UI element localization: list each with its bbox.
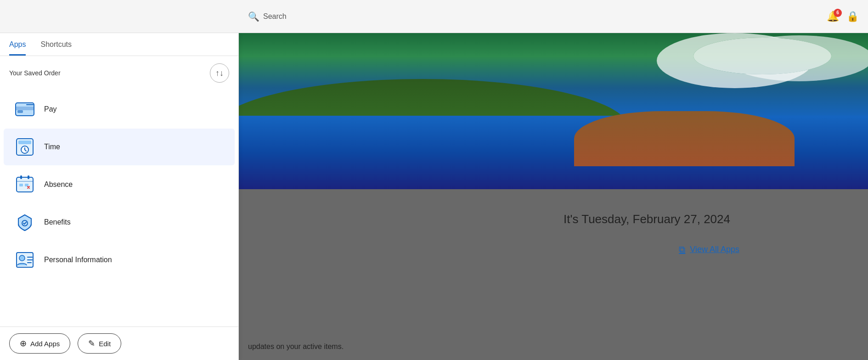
gray-overlay — [239, 189, 868, 360]
right-area: It's Tuesday, February 27, 2024 ⧉ View A… — [239, 33, 868, 360]
app-label-personal-information: Personal Information — [44, 256, 112, 264]
saved-order-header: Your Saved Order ↑↓ — [0, 56, 238, 88]
clouds — [693, 38, 831, 74]
svg-point-16 — [19, 255, 25, 261]
notification-button[interactable]: 🔔 6 — [827, 11, 839, 22]
edit-label: Edit — [99, 340, 111, 348]
saved-order-label: Your Saved Order — [9, 69, 61, 77]
app-label-absence: Absence — [44, 180, 73, 189]
personal-info-icon — [13, 248, 37, 272]
app-item-pay[interactable]: Pay — [4, 91, 235, 128]
svg-rect-12 — [19, 184, 23, 186]
absence-icon — [13, 173, 37, 197]
tab-apps[interactable]: Apps — [9, 33, 26, 56]
left-panel: Apps Shortcuts Your Saved Order ↑↓ — [0, 33, 239, 360]
svg-rect-4 — [18, 141, 31, 144]
app-item-absence[interactable]: Absence — [4, 166, 235, 203]
app-label-benefits: Benefits — [44, 218, 71, 226]
add-apps-label: Add Apps — [30, 340, 60, 348]
edit-button[interactable]: ✎ Edit — [78, 333, 121, 354]
svg-rect-10 — [28, 175, 29, 179]
svg-rect-1 — [16, 107, 34, 110]
benefits-icon — [13, 210, 37, 234]
view-all-apps-label: View All Apps — [690, 245, 739, 254]
updates-text: updates on your active items. — [248, 343, 344, 351]
water — [239, 116, 868, 189]
search-area: 🔍 Search — [248, 11, 287, 22]
header: 🔍 Search 🔔 6 🔒 — [0, 0, 868, 33]
app-item-time[interactable]: Time — [4, 129, 235, 165]
hero-image — [239, 33, 868, 189]
search-icon: 🔍 — [248, 11, 259, 22]
app-item-personal-information[interactable]: Personal Information — [4, 242, 235, 278]
view-all-apps[interactable]: ⧉ View All Apps — [679, 244, 739, 255]
header-icons: 🔔 6 🔒 — [827, 11, 859, 22]
edit-icon: ✎ — [88, 338, 95, 349]
svg-rect-9 — [20, 175, 22, 179]
reorder-icon: ↑↓ — [215, 68, 224, 78]
svg-rect-13 — [25, 184, 28, 186]
search-label[interactable]: Search — [263, 12, 287, 21]
app-label-time: Time — [44, 143, 60, 151]
svg-rect-2 — [17, 110, 23, 113]
add-icon: ⊕ — [20, 338, 27, 349]
apps-list: Pay Time — [0, 88, 238, 326]
date-display: It's Tuesday, February 27, 2024 — [564, 212, 730, 226]
main-area: Apps Shortcuts Your Saved Order ↑↓ — [0, 33, 868, 360]
bottom-actions: ⊕ Add Apps ✎ Edit — [0, 326, 238, 360]
reorder-button[interactable]: ↑↓ — [210, 63, 229, 83]
add-apps-button[interactable]: ⊕ Add Apps — [9, 333, 70, 354]
tabs-container: Apps Shortcuts — [0, 33, 238, 56]
grid-icon: ⧉ — [679, 244, 685, 255]
time-icon — [13, 135, 37, 159]
notification-badge: 6 — [834, 9, 842, 17]
app-item-benefits[interactable]: Benefits — [4, 204, 235, 241]
lock-button[interactable]: 🔒 — [846, 11, 859, 22]
svg-rect-11 — [17, 181, 33, 182]
pay-icon — [13, 97, 37, 121]
tab-shortcuts[interactable]: Shortcuts — [40, 33, 72, 56]
app-label-pay: Pay — [44, 105, 57, 113]
